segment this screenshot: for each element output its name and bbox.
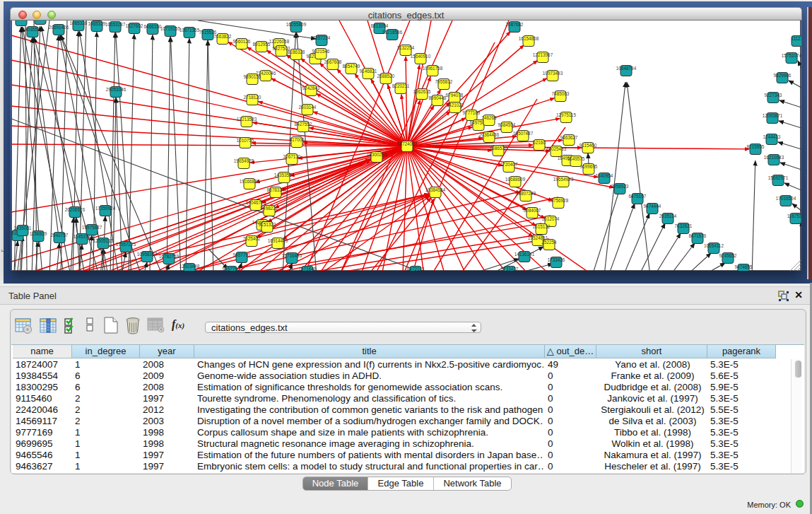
svg-text:9242843: 9242843 [302, 86, 320, 90]
svg-text:12213583: 12213583 [237, 117, 257, 122]
svg-text:1435061: 1435061 [14, 226, 32, 230]
svg-text:20691406: 20691406 [49, 25, 69, 30]
svg-text:9457792: 9457792 [223, 267, 240, 271]
svg-text:12226058: 12226058 [269, 39, 290, 44]
svg-text:7386537: 7386537 [490, 146, 507, 151]
svg-text:1156829: 1156829 [30, 231, 47, 236]
svg-text:18807249: 18807249 [516, 191, 536, 196]
svg-text:9829966: 9829966 [774, 73, 792, 78]
svg-text:7663822: 7663822 [214, 34, 232, 39]
svg-text:9474444: 9474444 [644, 204, 661, 209]
svg-text:19384554: 19384554 [425, 187, 446, 192]
svg-text:10025433: 10025433 [546, 146, 567, 151]
svg-text:10507487: 10507487 [513, 131, 534, 136]
svg-text:8912955: 8912955 [253, 42, 271, 47]
svg-text:8878334: 8878334 [267, 187, 285, 192]
svg-text:8854749: 8854749 [343, 64, 360, 69]
svg-text:6466160: 6466160 [144, 24, 162, 29]
svg-text:1733427: 1733427 [501, 267, 519, 271]
svg-text:9463627: 9463627 [560, 135, 578, 140]
svg-text:7955812: 7955812 [435, 79, 453, 84]
svg-text:19218586: 19218586 [382, 30, 403, 35]
svg-text:1132254: 1132254 [397, 45, 415, 50]
svg-text:15751074: 15751074 [782, 53, 801, 58]
svg-text:8990448: 8990448 [429, 95, 447, 100]
svg-text:7625402: 7625402 [243, 236, 261, 241]
svg-text:8958923: 8958923 [611, 184, 629, 189]
svg-text:20364436: 20364436 [479, 132, 500, 137]
svg-text:16154808: 16154808 [519, 36, 539, 41]
svg-text:10648784: 10648784 [616, 66, 637, 71]
svg-text:16055809: 16055809 [286, 22, 307, 27]
svg-text:746266: 746266 [481, 115, 497, 120]
svg-text:19975887: 19975887 [82, 225, 102, 230]
svg-text:18300295: 18300295 [367, 152, 387, 157]
svg-text:8471676: 8471676 [689, 233, 707, 238]
svg-text:18724007: 18724007 [397, 141, 418, 146]
svg-text:1244413: 1244413 [763, 134, 781, 139]
svg-text:1571648: 1571648 [299, 267, 317, 271]
svg-text:9699695: 9699695 [580, 164, 598, 169]
svg-text:1612074: 1612074 [542, 216, 560, 221]
svg-text:10654112: 10654112 [704, 243, 724, 248]
svg-text:1615132: 1615132 [533, 224, 551, 229]
svg-text:2087682: 2087682 [506, 22, 524, 27]
svg-text:2942757: 2942757 [51, 233, 69, 238]
svg-text:12975115: 12975115 [556, 112, 576, 117]
svg-text:9474655: 9474655 [735, 264, 753, 269]
svg-text:8813054: 8813054 [371, 23, 389, 28]
svg-text:12923448: 12923448 [180, 264, 200, 269]
svg-text:9115460: 9115460 [579, 143, 597, 148]
svg-text:29053346: 29053346 [106, 87, 126, 92]
svg-text:7485063: 7485063 [552, 91, 570, 96]
svg-text:1065329: 1065329 [88, 21, 106, 26]
svg-text:9151322: 9151322 [259, 222, 276, 227]
svg-text:16914479: 16914479 [268, 238, 288, 243]
svg-text:3267130: 3267130 [283, 154, 301, 159]
svg-text:19654925: 19654925 [234, 158, 254, 163]
svg-text:1649575: 1649575 [567, 156, 585, 161]
svg-text:8427552: 8427552 [295, 122, 312, 127]
svg-text:1362615: 1362615 [413, 89, 431, 94]
svg-text:1527602: 1527602 [126, 23, 143, 28]
svg-text:10958107: 10958107 [137, 252, 158, 257]
svg-text:2803144: 2803144 [299, 105, 317, 110]
svg-text:17016504: 17016504 [776, 196, 796, 201]
svg-text:62160: 62160 [533, 140, 546, 145]
svg-text:1167533: 1167533 [787, 214, 801, 218]
svg-text:9384554: 9384554 [498, 122, 516, 127]
svg-text:2588520: 2588520 [377, 74, 395, 78]
svg-text:8472113: 8472113 [407, 267, 425, 271]
svg-text:2718120: 2718120 [244, 95, 261, 100]
svg-text:17957225: 17957225 [116, 242, 136, 247]
svg-text:8215955: 8215955 [747, 144, 765, 149]
svg-text:14353594: 14353594 [274, 173, 295, 177]
svg-text:1010755: 1010755 [237, 138, 254, 143]
svg-text:12505135: 12505135 [93, 238, 114, 243]
svg-text:1065328: 1065328 [70, 21, 88, 25]
svg-text:12093871: 12093871 [763, 113, 783, 118]
svg-text:8186328: 8186328 [288, 49, 305, 54]
svg-text:10973493: 10973493 [543, 71, 563, 76]
svg-text:9227343: 9227343 [765, 93, 782, 98]
svg-text:10688609: 10688609 [505, 177, 526, 182]
svg-text:417006: 417006 [289, 137, 305, 142]
svg-text:17359924: 17359924 [95, 206, 116, 211]
svg-text:2667608: 2667608 [324, 59, 342, 64]
svg-text:10961758: 10961758 [423, 66, 443, 71]
svg-text:1733426: 1733426 [548, 257, 565, 262]
svg-text:6794078: 6794078 [446, 93, 464, 98]
svg-text:9498222: 9498222 [261, 206, 278, 211]
svg-text:9321546: 9321546 [312, 49, 330, 54]
svg-text:10719155: 10719155 [160, 26, 181, 31]
svg-text:10671355: 10671355 [180, 28, 200, 33]
svg-text:1640954: 1640954 [596, 173, 613, 178]
svg-text:15692971: 15692971 [768, 175, 789, 180]
svg-text:7632621: 7632621 [675, 223, 693, 228]
svg-text:6479197: 6479197 [629, 194, 647, 199]
svg-text:9890155: 9890155 [244, 74, 261, 79]
svg-text:15716485: 15716485 [282, 253, 302, 258]
svg-text:1421022: 1421022 [447, 103, 464, 107]
svg-text:10046766: 10046766 [246, 200, 266, 205]
svg-text:2935114: 2935114 [659, 214, 677, 218]
